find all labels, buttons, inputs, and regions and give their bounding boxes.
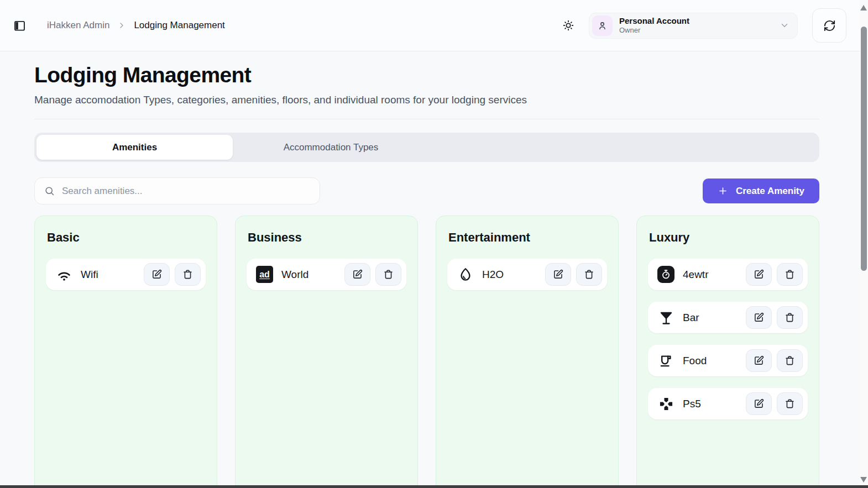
edit-pencil-icon	[754, 355, 764, 366]
amenity-list: H2O	[447, 259, 607, 290]
delete-amenity-button[interactable]	[175, 263, 201, 286]
amenity-label: World	[281, 269, 336, 281]
edit-pencil-icon	[754, 269, 764, 280]
amenity-row: Food	[648, 345, 808, 376]
chevron-right-icon	[117, 21, 126, 30]
amenity-list: Wifi	[46, 259, 206, 290]
category-card-entertainment: Entertainment H2O	[436, 216, 619, 488]
martini-icon	[657, 309, 674, 326]
amenity-label: Ps5	[683, 398, 738, 410]
category-card-business: Business ad World	[235, 216, 418, 488]
delete-amenity-button[interactable]	[777, 349, 803, 372]
trash-icon	[584, 269, 594, 280]
panel-left-icon	[13, 19, 26, 32]
top-bar: iHakken Admin Lodging Management Persona…	[0, 0, 860, 51]
trash-icon	[785, 269, 795, 280]
delete-amenity-button[interactable]	[375, 263, 401, 286]
scrollbar-thumb[interactable]	[861, 27, 867, 271]
page-title: Lodging Management	[34, 63, 819, 87]
page-subtitle: Manage accomodation Types, categories, a…	[34, 94, 819, 106]
edit-amenity-button[interactable]	[144, 263, 170, 286]
trash-icon	[785, 312, 795, 323]
tab-accommodation-types[interactable]: Accommodation Types	[233, 135, 429, 160]
main-content: Lodging Management Manage accomodation T…	[0, 63, 860, 488]
edit-pencil-icon	[754, 398, 764, 409]
search-icon	[44, 186, 55, 196]
sidebar-toggle-button[interactable]	[13, 19, 26, 32]
search-box	[34, 177, 320, 204]
account-name: Personal Account	[619, 16, 689, 27]
create-amenity-button[interactable]: Create Amenity	[703, 179, 819, 203]
toolbar: Create Amenity	[34, 177, 819, 204]
edit-amenity-button[interactable]	[746, 306, 772, 329]
delete-amenity-button[interactable]	[777, 306, 803, 329]
category-card-basic: Basic Wifi	[34, 216, 217, 488]
edit-pencil-icon	[553, 269, 563, 280]
amenity-label: 4ewtr	[683, 269, 738, 281]
edit-amenity-button[interactable]	[545, 263, 571, 286]
trash-icon	[383, 269, 394, 280]
edit-amenity-button[interactable]	[746, 349, 772, 372]
edit-amenity-button[interactable]	[746, 392, 772, 415]
amenity-label: Wifi	[81, 269, 135, 281]
edit-amenity-button[interactable]	[746, 263, 772, 286]
coffee-cup-icon	[657, 352, 674, 369]
amenity-label: Food	[683, 355, 738, 367]
category-title: Entertainment	[448, 230, 607, 245]
breadcrumb-page: Lodging Management	[134, 20, 224, 31]
delete-amenity-button[interactable]	[777, 263, 803, 286]
tab-list: AmenitiesAccommodation Types	[34, 133, 819, 162]
amenity-row: Wifi	[46, 259, 206, 290]
wifi-icon	[55, 266, 72, 283]
category-title: Luxury	[649, 230, 808, 245]
edit-amenity-button[interactable]	[344, 263, 370, 286]
amenity-list: ad World	[247, 259, 406, 290]
search-input[interactable]	[62, 186, 310, 197]
amenity-label: H2O	[482, 269, 537, 281]
account-menu[interactable]: Personal Account Owner	[589, 13, 798, 39]
divider	[34, 119, 819, 119]
avatar	[592, 15, 613, 36]
bottom-edge-bar	[0, 485, 868, 488]
vertical-scrollbar[interactable]	[860, 0, 868, 488]
category-grid: Basic Wifi Business ad World Entertainme…	[34, 216, 819, 488]
amenity-row: Bar	[648, 302, 808, 333]
edit-pencil-icon	[754, 312, 764, 323]
scroll-up-arrow-icon[interactable]	[860, 5, 867, 11]
trash-icon	[785, 398, 795, 409]
edit-pencil-icon	[151, 269, 162, 280]
ad-badge-icon: ad	[256, 266, 273, 283]
amenity-list: 4ewtr Bar Food	[648, 259, 808, 419]
amenity-row: ad World	[247, 259, 406, 290]
amenity-row: Ps5	[648, 388, 808, 419]
amenity-label: Bar	[683, 312, 738, 324]
plus-icon	[718, 186, 728, 196]
tab-amenities[interactable]: Amenities	[36, 135, 233, 160]
scroll-down-arrow-icon[interactable]	[860, 477, 867, 482]
delete-amenity-button[interactable]	[777, 392, 803, 415]
amenity-row: H2O	[447, 259, 607, 290]
breadcrumb: iHakken Admin Lodging Management	[47, 20, 225, 31]
category-card-luxury: Luxury 4ewtr Bar Food	[636, 216, 819, 488]
timer-icon	[657, 266, 674, 283]
refresh-icon	[823, 19, 836, 32]
user-icon	[597, 20, 608, 31]
sun-icon	[562, 19, 574, 32]
category-title: Business	[248, 230, 406, 245]
app-window: iHakken Admin Lodging Management Persona…	[0, 0, 860, 488]
gamepad-dpad-icon	[657, 395, 674, 412]
breadcrumb-app[interactable]: iHakken Admin	[47, 20, 109, 31]
theme-toggle-button[interactable]	[562, 19, 574, 32]
chevron-down-icon	[780, 20, 789, 30]
account-role: Owner	[619, 26, 689, 35]
trash-icon	[182, 269, 193, 280]
amenity-row: 4ewtr	[648, 259, 808, 290]
trash-icon	[785, 355, 795, 366]
refresh-button[interactable]	[812, 8, 846, 43]
category-title: Basic	[47, 230, 206, 245]
delete-amenity-button[interactable]	[576, 263, 602, 286]
create-amenity-label: Create Amenity	[736, 186, 804, 197]
top-bar-right: Personal Account Owner	[562, 8, 846, 43]
edit-pencil-icon	[352, 269, 363, 280]
droplet-icon	[457, 266, 474, 283]
